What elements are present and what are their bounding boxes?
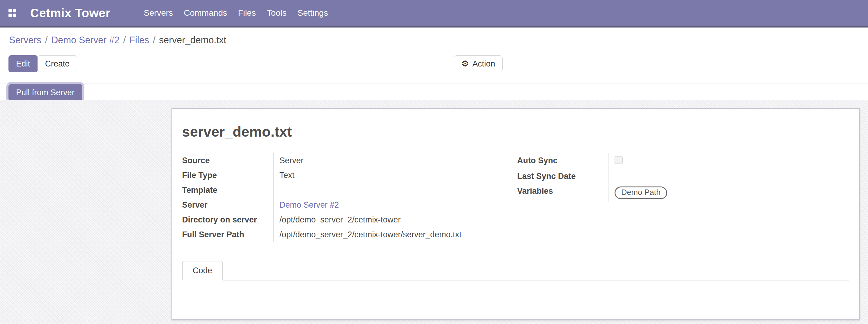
breadcrumb-link-files[interactable]: Files <box>129 35 149 46</box>
form-view-background: server_demo.txt Source Server File Type … <box>0 100 868 324</box>
field-label: Auto Sync <box>517 153 609 169</box>
main-menu: Servers Commands Files Tools Settings <box>144 8 328 18</box>
field-label: Variables <box>517 184 609 202</box>
field-value-variables: Demo Path <box>609 184 849 202</box>
header-divider <box>0 83 868 84</box>
field-group-left: Source Server File Type Text Template Se… <box>182 153 502 242</box>
field-value-auto-sync <box>609 153 849 169</box>
field-label: Last Sync Date <box>517 169 609 184</box>
form-sheet: server_demo.txt Source Server File Type … <box>172 108 860 320</box>
field-row-last-sync-date: Last Sync Date <box>517 169 849 184</box>
field-value-server: Demo Server #2 <box>273 198 502 213</box>
breadcrumb-current: server_demo.txt <box>159 35 226 46</box>
variable-tag-demo-path[interactable]: Demo Path <box>615 187 667 199</box>
action-button-label: Action <box>472 59 495 69</box>
breadcrumb-separator: / <box>153 35 155 46</box>
gear-icon: ⚙ <box>461 60 469 68</box>
field-value-file-type: Text <box>273 168 502 183</box>
field-row-server: Server Demo Server #2 <box>182 198 502 213</box>
field-value-directory: /opt/demo_server_2/cetmix-tower <box>273 213 502 227</box>
field-row-file-type: File Type Text <box>182 168 502 183</box>
breadcrumb-link-servers[interactable]: Servers <box>9 35 41 46</box>
breadcrumb: Servers / Demo Server #2 / Files / serve… <box>9 35 226 46</box>
field-row-full-path: Full Server Path /opt/demo_server_2/cetm… <box>182 227 502 242</box>
menu-item-servers[interactable]: Servers <box>144 8 173 18</box>
auto-sync-checkbox[interactable] <box>615 156 623 164</box>
field-row-variables: Variables Demo Path <box>517 184 849 202</box>
breadcrumb-separator: / <box>45 35 48 46</box>
field-value-source: Server <box>273 153 502 168</box>
field-label: Template <box>182 183 273 198</box>
record-title: server_demo.txt <box>182 123 849 140</box>
field-groups: Source Server File Type Text Template Se… <box>182 153 849 242</box>
notebook: Code <box>182 261 849 317</box>
control-panel: Servers / Demo Server #2 / Files / serve… <box>0 28 868 100</box>
field-label: File Type <box>182 168 273 183</box>
create-button[interactable]: Create <box>37 55 77 72</box>
field-row-auto-sync: Auto Sync <box>517 153 849 169</box>
tab-panel-code <box>182 281 849 317</box>
apps-grid-icon[interactable] <box>8 9 16 17</box>
action-button[interactable]: ⚙ Action <box>454 55 503 72</box>
tab-code[interactable]: Code <box>182 261 223 281</box>
apps-grid-square <box>13 13 16 17</box>
breadcrumb-link-demo-server[interactable]: Demo Server #2 <box>51 35 120 46</box>
field-group-right: Auto Sync Last Sync Date Variables Demo … <box>517 153 849 242</box>
breadcrumb-separator: / <box>123 35 126 46</box>
apps-grid-square <box>13 9 16 12</box>
menu-item-commands[interactable]: Commands <box>184 8 227 18</box>
apps-grid-square <box>8 9 12 12</box>
pull-from-server-button[interactable]: Pull from Server <box>8 84 82 101</box>
field-row-directory: Directory on server /opt/demo_server_2/c… <box>182 213 502 227</box>
field-label: Server <box>182 198 273 213</box>
field-row-template: Template <box>182 183 502 198</box>
field-label: Directory on server <box>182 213 273 227</box>
field-value-full-path: /opt/demo_server_2/cetmix-tower/server_d… <box>273 227 502 242</box>
apps-grid-square <box>8 13 12 17</box>
edit-button[interactable]: Edit <box>8 55 38 72</box>
tab-bar: Code <box>182 261 849 281</box>
field-row-source: Source Server <box>182 153 502 168</box>
field-value-template <box>273 183 502 198</box>
server-record-link[interactable]: Demo Server #2 <box>279 200 339 209</box>
menu-item-files[interactable]: Files <box>238 8 256 18</box>
app-brand[interactable]: Cetmix Tower <box>30 6 111 20</box>
field-label: Source <box>182 153 273 168</box>
field-label: Full Server Path <box>182 227 273 242</box>
top-navbar: Cetmix Tower Servers Commands Files Tool… <box>0 0 868 28</box>
field-value-last-sync-date <box>609 169 849 184</box>
menu-item-tools[interactable]: Tools <box>267 8 286 18</box>
menu-item-settings[interactable]: Settings <box>297 8 328 18</box>
